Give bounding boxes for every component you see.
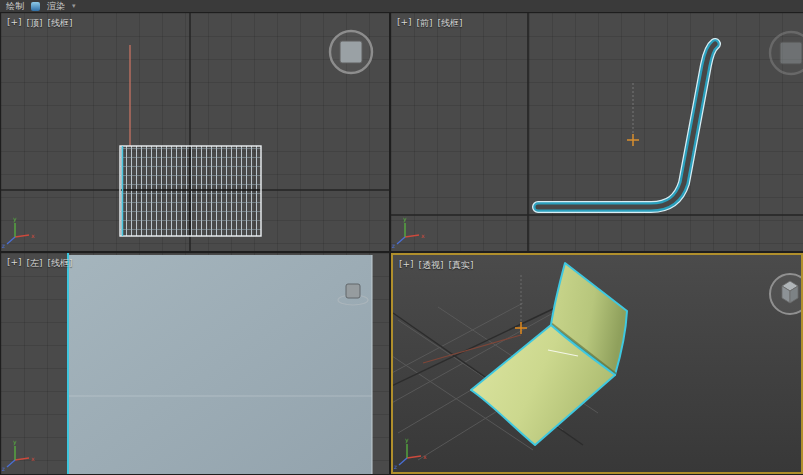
viewport-front-canvas: x y z <box>391 13 803 251</box>
plane-face-left <box>67 253 372 474</box>
viewport-menu-shading[interactable]: [线框] <box>48 257 73 270</box>
axis-y-label: y <box>405 436 409 444</box>
viewport-menu-shading[interactable]: [线框] <box>48 17 73 30</box>
menubar: 绘制 渲染 ▾ <box>0 0 803 12</box>
viewcube-icon[interactable] <box>330 31 372 73</box>
chevron-down-icon[interactable]: ▾ <box>72 0 76 12</box>
axis-y-label: y <box>403 215 407 223</box>
pivot-marker <box>515 322 527 334</box>
viewport-menu-plus[interactable]: [+] <box>399 259 414 272</box>
viewport-menu-view[interactable]: [前] <box>417 17 433 30</box>
viewport-label-top: [+] [顶] [线框] <box>7 17 73 30</box>
axis-x-label: x <box>421 232 425 239</box>
axis-tripod: x y z <box>2 438 35 472</box>
viewport-label-perspective: [+] [透视] [真实] <box>399 259 474 272</box>
axis-x-label: x <box>31 455 35 462</box>
viewport-menu-plus[interactable]: [+] <box>397 17 412 30</box>
viewport-top-canvas: x y z <box>1 13 389 251</box>
viewport-left[interactable]: x y z [+] [左] [线框] <box>1 253 389 474</box>
viewport-label-left: [+] [左] [线框] <box>7 257 73 270</box>
viewport-front[interactable]: x y z [+] [前] [线框] <box>391 13 803 251</box>
axis-y-label: y <box>13 438 17 446</box>
axis-z-label: z <box>2 465 5 472</box>
viewport-label-front: [+] [前] [线框] <box>397 17 463 30</box>
menu-item-draw[interactable]: 绘制 <box>6 0 24 12</box>
viewport-menu-plus[interactable]: [+] <box>7 257 22 270</box>
world-axes <box>391 13 803 251</box>
viewcube-icon[interactable] <box>770 274 801 314</box>
viewport-perspective-canvas: x y z <box>393 255 801 472</box>
viewport-left-canvas: x y z <box>1 253 389 474</box>
axis-z-label: z <box>2 242 5 249</box>
axis-tripod: x y z <box>394 436 427 470</box>
viewport-menu-shading[interactable]: [线框] <box>438 17 463 30</box>
viewport-perspective[interactable]: x y z [+] [透视] [真实] <box>391 253 803 474</box>
axis-tripod: x y z <box>2 215 35 249</box>
viewport-menu-view[interactable]: [透视] <box>419 259 444 272</box>
viewport-menu-view[interactable]: [左] <box>27 257 43 270</box>
axis-z-label: z <box>394 463 397 470</box>
viewport-menu-view[interactable]: [顶] <box>27 17 43 30</box>
axis-y-label: y <box>13 215 17 223</box>
chair-profile-spline <box>538 44 715 207</box>
viewport-menu-shading[interactable]: [真实] <box>449 259 474 272</box>
axis-x-label: x <box>423 453 427 460</box>
viewport-top[interactable]: x y z [+] [顶] [线框] <box>1 13 389 251</box>
pivot-marker <box>627 134 639 146</box>
viewport-menu-plus[interactable]: [+] <box>7 17 22 30</box>
axis-x-label: x <box>31 232 35 239</box>
viewcube-icon[interactable] <box>770 32 803 74</box>
render-setup-icon[interactable] <box>31 2 40 11</box>
axis-tripod: x y z <box>392 215 425 249</box>
menu-item-render[interactable]: 渲染 <box>47 0 65 12</box>
chair-3d[interactable] <box>471 263 627 445</box>
plane-wireframe-top <box>120 146 261 236</box>
axis-z-label: z <box>392 242 395 249</box>
3dsmax-window: 绘制 渲染 ▾ <box>0 0 803 475</box>
